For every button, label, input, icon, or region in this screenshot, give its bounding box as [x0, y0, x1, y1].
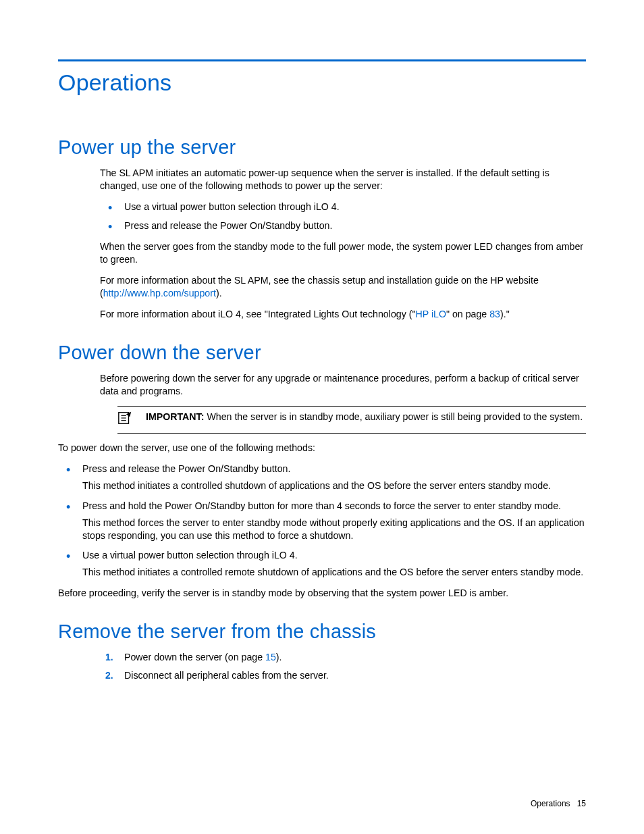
important-text: IMPORTANT: When the server is in standby…: [146, 411, 583, 423]
paragraph: The SL APM initiates an automatic power-…: [100, 167, 586, 192]
list-item: Press and release the Power On/Standby b…: [100, 219, 586, 232]
section-title-power-down: Power down the server: [58, 342, 586, 364]
step-item: Power down the server (on page 15).: [100, 651, 586, 664]
hp-ilo-link[interactable]: HP iLO: [415, 309, 446, 319]
text: " on page: [446, 309, 489, 319]
support-link[interactable]: http://www.hp.com/support: [103, 288, 216, 298]
section-title-remove: Remove the server from the chassis: [58, 621, 586, 643]
text: ).": [500, 309, 510, 319]
paragraph: For more information about the SL APM, s…: [100, 274, 586, 300]
important-icon: [117, 411, 136, 429]
section-title-power-up: Power up the server: [58, 136, 586, 159]
text: ).: [276, 652, 282, 662]
footer-section: Operations: [531, 799, 570, 808]
text: For more information about iLO 4, see "I…: [100, 309, 415, 319]
page-footer: Operations 15: [531, 799, 586, 808]
bullet-list: Press and release the Power On/Standby b…: [58, 463, 586, 579]
list-item: Use a virtual power button selection thr…: [58, 549, 586, 579]
important-body: When the server is in standby mode, auxi…: [204, 411, 583, 422]
page-ref-link[interactable]: 15: [265, 652, 276, 662]
bullet-list: Use a virtual power button selection thr…: [100, 201, 586, 232]
important-label: IMPORTANT:: [146, 411, 204, 422]
list-item-sub: This method initiates a controlled shutd…: [82, 479, 586, 492]
step-list: Power down the server (on page 15). Disc…: [100, 651, 586, 682]
text: Power down the server (on page: [124, 652, 265, 662]
important-callout: IMPORTANT: When the server is in standby…: [117, 406, 586, 434]
section-body-remove: Power down the server (on page 15). Disc…: [100, 651, 586, 682]
list-item: Press and hold the Power On/Standby butt…: [58, 500, 586, 543]
section-body-power-down-cont: To power down the server, use one of the…: [58, 442, 586, 600]
list-item-main: Press and release the Power On/Standby b…: [82, 463, 290, 474]
document-page: Operations Power up the server The SL AP…: [0, 0, 644, 834]
list-item: Press and release the Power On/Standby b…: [58, 463, 586, 492]
section-body-power-down: Before powering down the server for any …: [100, 372, 586, 434]
page-ref-link[interactable]: 83: [489, 309, 500, 319]
list-item-main: Press and hold the Power On/Standby butt…: [82, 500, 561, 511]
section-body-power-up: The SL APM initiates an automatic power-…: [100, 167, 586, 321]
list-item-main: Use a virtual power button selection thr…: [82, 550, 298, 561]
list-item-sub: This method initiates a controlled remot…: [82, 566, 586, 579]
footer-page-number: 15: [577, 799, 586, 808]
chapter-title: Operations: [58, 70, 586, 96]
list-item: Use a virtual power button selection thr…: [100, 201, 586, 213]
chapter-rule: [58, 59, 586, 61]
list-item-sub: This method forces the server to enter s…: [82, 517, 586, 542]
paragraph: To power down the server, use one of the…: [58, 442, 586, 454]
paragraph: Before proceeding, verify the server is …: [58, 587, 586, 600]
paragraph: For more information about iLO 4, see "I…: [100, 308, 586, 321]
step-item: Disconnect all peripheral cables from th…: [100, 669, 586, 682]
paragraph: When the server goes from the standby mo…: [100, 240, 586, 266]
text: ).: [216, 288, 222, 298]
paragraph: Before powering down the server for any …: [100, 372, 586, 398]
